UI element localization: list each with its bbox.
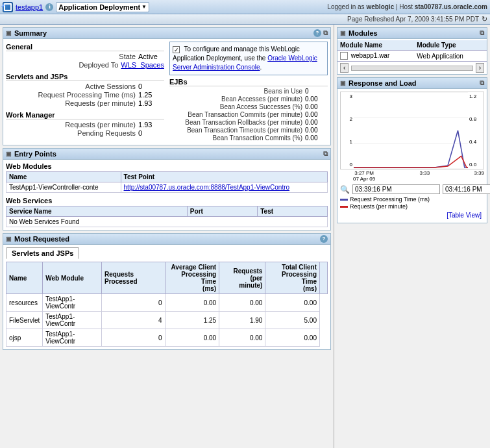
app-name-link[interactable]: testapp1 — [16, 3, 43, 11]
state-value: Active — [138, 53, 164, 60]
bean-access-successes-value: 0.00 — [305, 103, 328, 110]
time-icon[interactable]: 🔍 — [340, 185, 350, 194]
mr-help-icon[interactable]: ? — [320, 235, 328, 243]
bean-tx-commits-pct-value: 0.00 — [305, 134, 328, 142]
beans-in-use-value: 0 — [305, 88, 328, 95]
modules-col-type: Module Type — [414, 40, 487, 51]
time-end-input[interactable] — [443, 184, 490, 194]
legend-label-processing: Request Processing Time (ms) — [350, 196, 430, 203]
mr-row-requests: 4 — [102, 312, 165, 329]
ep-col-name: Name — [6, 172, 121, 182]
ep-title: Entry Points — [14, 150, 56, 158]
refresh-icon[interactable]: ↻ — [482, 15, 487, 23]
tab-bar: Servlets and JSPs — [6, 247, 328, 259]
work-manager-header: Work Manager — [6, 111, 164, 119]
y-right-label-08: 0.8 — [469, 116, 484, 122]
summary-detach-icon[interactable]: ⧉ — [323, 29, 328, 37]
app-dropdown[interactable]: Application Deployment ▼ — [56, 2, 149, 12]
chart-x-labels: 3:27 PM07 Apr 09 3:33 3:39 — [353, 169, 484, 182]
mr-title: Most Requested — [14, 235, 69, 243]
mr-row-requests: 0 — [102, 329, 165, 347]
time-start-input[interactable] — [352, 184, 440, 194]
general-header: General — [6, 43, 164, 51]
y-label-3: 3 — [341, 93, 352, 99]
modules-next-btn[interactable]: › — [476, 63, 484, 73]
chart-time-row: 🔍 — [340, 184, 484, 194]
legend-item-processing: Request Processing Time (ms) — [340, 196, 484, 203]
chart-area: 3 2 1 0 1.2 0.8 0.4 0.0 — [337, 89, 487, 223]
modules-col-name: Module Name — [337, 40, 414, 51]
wm-req-per-min-label: Requests (per minute) — [65, 121, 136, 129]
info-icon[interactable]: ℹ — [45, 3, 53, 11]
wm-req-per-min-value: 1.93 — [138, 121, 164, 129]
deployment-label: Application Deployment — [58, 3, 140, 11]
mr-row-module: TestApp1-ViewContr — [43, 294, 102, 312]
x-label-333: 3:33 — [420, 170, 430, 182]
response-load-section: ▣ Response and Load ⧉ 3 2 1 0 — [337, 77, 487, 223]
most-requested-table: Name Web Module Requests Processed Avera… — [6, 262, 328, 347]
table-row: ojsp TestApp1-ViewContr 0 0.00 0.00 0.00 — [6, 329, 328, 347]
modules-scrollbar[interactable] — [351, 66, 472, 71]
summary-header: ▣ Summary ? ⧉ — [3, 28, 330, 39]
mr-col-total-time: Total ClientProcessing Time(ms) — [265, 262, 320, 294]
chart-y-left-labels: 3 2 1 0 — [341, 92, 352, 169]
y-label-2: 2 — [341, 116, 352, 122]
checkbox-icon — [173, 46, 180, 53]
bean-tx-timeouts-label: Bean Transaction Timeouts (per minute) — [187, 127, 302, 134]
ep-collapse-icon[interactable]: ▣ — [6, 151, 12, 157]
mr-row-total-time: 0.00 — [265, 329, 320, 347]
rl-detach-icon[interactable]: ⧉ — [480, 79, 484, 87]
req-per-min-label: Requests (per minute) — [65, 99, 136, 107]
y-label-0: 0 — [341, 162, 352, 168]
entry-points-section: ▣ Entry Points ⧉ Web Modules Name Test P… — [3, 148, 331, 230]
legend-item-requests: Requests (per minute) — [340, 203, 484, 210]
bean-accesses-value: 0.00 — [305, 95, 328, 103]
table-row: webapp1.war Web Application — [337, 51, 487, 62]
mr-col-requests: Requests Processed — [102, 262, 165, 294]
mr-col-name: Name — [6, 262, 43, 294]
ep-row-test-point[interactable]: http://sta00787.us.oracle.com:8888/TestA… — [121, 182, 327, 193]
ws-col-port: Port — [187, 206, 257, 217]
ep-detach-icon[interactable]: ⧉ — [323, 150, 328, 158]
mr-row-avg-time: 0.00 — [165, 294, 219, 312]
x-label-327: 3:27 PM07 Apr 09 — [353, 170, 375, 182]
mr-col-req-per-min: Requests (perminute) — [219, 262, 265, 294]
y-right-label-12: 1.2 — [469, 93, 484, 99]
y-right-label-00: 0.0 — [469, 162, 484, 168]
summary-help-icon[interactable]: ? — [313, 29, 321, 37]
ws-no-results: No Web Services Found — [6, 217, 328, 227]
mr-row-req-per-min: 0.00 — [219, 294, 265, 312]
chart-y-right-labels: 1.2 0.8 0.4 0.0 — [469, 92, 484, 169]
chart-svg — [354, 92, 468, 169]
mr-collapse-icon[interactable]: ▣ — [6, 236, 12, 242]
mr-col-scroll — [320, 262, 328, 294]
modules-section: ▣ Modules ⧉ Module Name Module Type — [337, 27, 487, 75]
mr-col-avg-time: Average ClientProcessing Time(ms) — [165, 262, 219, 294]
rl-collapse-icon[interactable]: ▣ — [340, 80, 346, 86]
mr-row-name: ojsp — [6, 329, 43, 347]
mr-row-requests: 0 — [102, 294, 165, 312]
refresh-text: Page Refreshed Apr 7, 2009 3:41:55 PM PD… — [347, 16, 479, 23]
servlets-header: Servlets and JSPs — [6, 73, 164, 81]
pending-req-label: Pending Requests — [77, 129, 136, 137]
bean-tx-rollbacks-value: 0.00 — [305, 119, 328, 126]
bean-tx-commits-value: 0.00 — [305, 111, 328, 118]
modules-detach-icon[interactable]: ⧉ — [480, 29, 484, 37]
modules-row-name: webapp1.war — [337, 51, 414, 62]
legend-label-requests: Requests (per minute) — [350, 203, 408, 210]
summary-title: Summary — [14, 29, 47, 37]
tab-servlets-jsps[interactable]: Servlets and JSPs — [6, 247, 79, 259]
ws-col-service-name: Service Name — [6, 206, 188, 217]
legend-color-blue — [340, 199, 348, 201]
web-modules-table: Name Test Point TestApp1-ViewController-… — [6, 171, 328, 193]
state-label: State — [119, 53, 136, 60]
table-view-link[interactable]: [Table View] — [340, 210, 484, 220]
mr-row-total-time: 0.00 — [265, 294, 320, 312]
summary-collapse-icon[interactable]: ▣ — [6, 30, 12, 36]
req-processing-value: 1.25 — [138, 91, 164, 99]
web-services-header: Web Services — [6, 197, 328, 205]
deployed-to-value[interactable]: WLS_Spaces — [121, 61, 164, 69]
modules-prev-btn[interactable]: ‹ — [340, 63, 349, 73]
app-icon — [3, 2, 13, 12]
modules-collapse-icon[interactable]: ▣ — [340, 30, 346, 36]
